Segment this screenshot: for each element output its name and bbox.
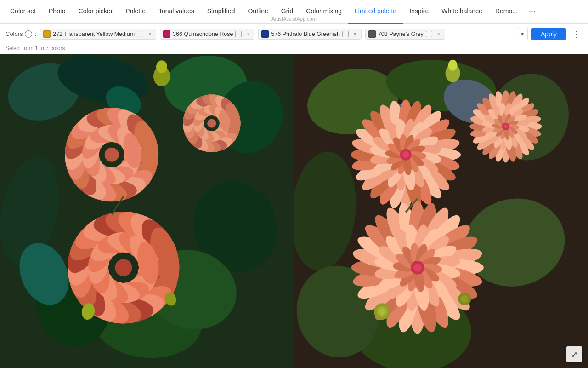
colors-bar: Colors i : 272 Transparent Yellow Medium… bbox=[0, 24, 588, 44]
colors-dropdown-button[interactable]: ▾ bbox=[517, 28, 528, 40]
sub-label-bar: Select from 1 to 7 colors bbox=[0, 44, 588, 54]
sidebar-item-outline[interactable]: Outline bbox=[241, 0, 274, 24]
apply-button[interactable]: Apply bbox=[531, 28, 566, 40]
sidebar-item-limited-palette[interactable]: Limited palette bbox=[348, 0, 403, 24]
sidebar-item-color-set[interactable]: Color set bbox=[4, 0, 42, 24]
sidebar-item-white-balance[interactable]: White balance bbox=[435, 0, 489, 24]
colors-hint-text: Select from 1 to 7 colors bbox=[6, 45, 65, 52]
sidebar-item-inspire[interactable]: Inspire bbox=[403, 0, 435, 24]
color-swatch-1 bbox=[43, 30, 51, 38]
color-chip-3[interactable]: 576 Phthalo Blue Greenish × bbox=[258, 29, 361, 40]
nav-more-button[interactable]: ··· bbox=[524, 0, 540, 24]
color-chip-2-label: 366 Quinacridone Rose bbox=[173, 31, 233, 37]
sidebar-item-tonal-values[interactable]: Tonal values bbox=[152, 0, 201, 24]
right-panel-wrapper: ⤢ bbox=[294, 54, 588, 368]
expand-icon: ⤢ bbox=[571, 350, 577, 359]
sidebar-item-remove[interactable]: Remo... bbox=[489, 0, 524, 24]
color-chip-1-close[interactable]: × bbox=[147, 31, 153, 37]
color-swatch-3 bbox=[261, 30, 269, 38]
color-chip-2-close[interactable]: × bbox=[245, 31, 251, 37]
color-chip-4-label: 708 Payne's Grey bbox=[378, 31, 424, 37]
color-chip-2[interactable]: 366 Quinacridone Rose × bbox=[160, 29, 254, 40]
right-image-canvas bbox=[294, 54, 588, 368]
color-chip-4-close[interactable]: × bbox=[435, 31, 442, 37]
left-panel-wrapper bbox=[0, 54, 294, 368]
color-chip-1-label: 272 Transparent Yellow Medium bbox=[53, 31, 135, 37]
watermark-text: ArtistAssistApp.com bbox=[271, 16, 317, 22]
sidebar-item-photo[interactable]: Photo bbox=[42, 0, 72, 24]
sidebar-item-color-picker[interactable]: Color picker bbox=[72, 0, 119, 24]
colors-label: Colors i : bbox=[6, 30, 36, 38]
color-swatch-outline-2 bbox=[235, 31, 242, 37]
colors-info-icon[interactable]: i bbox=[25, 30, 32, 38]
color-chip-3-close[interactable]: × bbox=[352, 31, 358, 37]
main-content: ⤢ bbox=[0, 54, 588, 368]
color-chip-4[interactable]: 708 Payne's Grey × bbox=[365, 29, 445, 40]
sidebar-item-simplified[interactable]: Simplified bbox=[201, 0, 242, 24]
color-swatch-outline-3 bbox=[342, 31, 349, 37]
sidebar-item-palette[interactable]: Palette bbox=[119, 0, 152, 24]
color-swatch-outline-1 bbox=[137, 31, 143, 37]
colors-more-button[interactable]: ⋮ bbox=[570, 28, 582, 40]
color-swatch-4 bbox=[368, 30, 376, 38]
color-swatch-2 bbox=[163, 30, 170, 38]
color-swatch-outline-dark-4 bbox=[426, 31, 432, 37]
color-chip-1[interactable]: 272 Transparent Yellow Medium × bbox=[40, 29, 156, 40]
left-image-canvas bbox=[0, 54, 294, 368]
expand-button[interactable]: ⤢ bbox=[566, 346, 582, 362]
color-chip-3-label: 576 Phthalo Blue Greenish bbox=[271, 31, 339, 37]
nav-bar: Color set Photo Color picker Palette Ton… bbox=[0, 0, 588, 24]
